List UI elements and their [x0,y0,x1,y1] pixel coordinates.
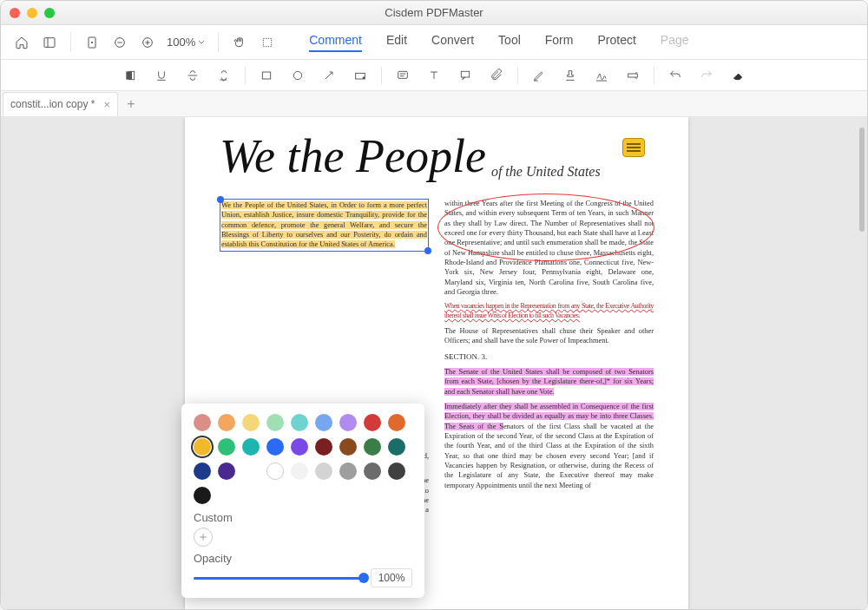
color-swatch[interactable] [291,414,308,431]
document-tab[interactable]: constit...ion copy * × [3,92,118,116]
color-swatch[interactable] [218,438,235,456]
document-viewport[interactable]: We the People of the United States We th… [1,117,867,609]
close-tab-icon[interactable]: × [103,98,110,111]
document-tabs: constit...ion copy * × + [1,91,867,117]
sticky-note-icon[interactable] [622,138,645,157]
window-titlebar: Cisdem PDFMaster [1,1,867,25]
color-swatch[interactable] [291,438,308,456]
eraser-tool[interactable] [726,63,750,88]
color-swatch[interactable] [291,462,308,480]
zoom-out-button[interactable] [108,30,132,55]
color-swatch[interactable] [218,414,235,431]
tab-page[interactable]: Page [661,33,689,52]
color-swatch[interactable] [339,462,357,480]
color-swatch[interactable] [266,462,284,480]
body-text: within three Years after the first Meeti… [444,199,654,297]
window-maximize-button[interactable] [44,8,55,18]
tab-edit[interactable]: Edit [386,33,407,52]
color-swatch[interactable] [194,414,211,431]
window-close-button[interactable] [10,8,20,18]
svg-rect-28 [628,74,638,77]
svg-rect-14 [262,72,270,79]
color-swatch[interactable] [388,414,405,431]
color-swatch[interactable] [388,462,405,480]
tab-comment[interactable]: Comment [309,33,362,52]
color-swatch[interactable] [364,414,381,431]
color-swatch[interactable] [266,414,284,431]
sidebar-toggle-button[interactable] [37,30,62,55]
color-swatch[interactable] [242,414,260,431]
text-tool[interactable] [422,63,446,88]
arrow-tool[interactable] [317,63,341,88]
tab-convert[interactable]: Convert [431,33,474,52]
color-swatch[interactable] [194,438,211,456]
tab-form[interactable]: Form [545,33,574,52]
svg-point-15 [293,71,301,79]
color-swatch[interactable] [388,438,405,456]
oval-tool[interactable] [286,63,310,88]
svg-rect-24 [461,71,469,77]
undo-button[interactable] [663,63,687,88]
color-swatch[interactable] [315,438,332,456]
color-swatch[interactable] [194,462,211,480]
highlighted-text: The Senate of the United States shall be… [444,368,654,396]
color-swatch[interactable] [242,438,260,456]
color-swatch[interactable] [339,414,357,431]
color-picker-popover: Custom ＋ Opacity 100% [181,403,424,598]
main-toolbar: 100% Comment Edit Convert Tool Form Prot… [1,25,867,60]
section-heading: SECTION. 3. [444,351,654,362]
color-swatch[interactable] [339,438,357,456]
note-tool[interactable] [391,63,415,88]
pencil-tool[interactable] [527,63,551,88]
body-text: The House of Representatives shall chuse… [444,326,654,346]
document-heading: We the People [220,133,486,180]
color-swatch[interactable] [194,487,211,504]
color-swatch[interactable] [364,462,381,480]
fit-page-button[interactable] [80,30,104,55]
color-swatch[interactable] [315,414,332,431]
underline-tool[interactable] [149,63,174,88]
color-swatch[interactable] [266,438,284,456]
window-minimize-button[interactable] [27,8,37,18]
svg-point-18 [363,76,365,78]
tab-protect[interactable]: Protect [597,33,635,52]
svg-line-16 [326,72,332,79]
color-swatch[interactable] [218,462,235,480]
highlight-tool[interactable] [118,63,142,88]
line-tool[interactable] [348,63,372,88]
opacity-value[interactable]: 100% [371,568,412,587]
svg-rect-9 [264,38,272,46]
redo-button[interactable] [694,63,719,88]
color-swatches [194,414,412,504]
opacity-slider[interactable] [194,577,364,580]
attachment-tool[interactable] [484,63,509,88]
tab-tool[interactable]: Tool [498,33,521,52]
add-custom-color-button[interactable]: ＋ [194,528,213,547]
highlighted-text: We the People of the United States, in O… [221,201,427,248]
scrollbar-thumb[interactable] [859,128,865,232]
color-swatch[interactable] [315,462,332,480]
hand-tool-button[interactable] [227,30,252,55]
document-tab-label: constit...ion copy * [10,98,95,110]
color-swatch[interactable] [364,438,381,456]
app-title: Cisdem PDFMaster [1,6,867,19]
svg-rect-19 [398,71,408,78]
new-tab-button[interactable]: + [122,95,141,114]
rectangle-tool[interactable] [254,63,279,88]
strikethrough-tool[interactable] [181,63,205,88]
svg-point-3 [91,42,92,43]
highlight-selection[interactable]: We the People of the United States, in O… [220,199,429,252]
select-area-button[interactable] [255,30,279,55]
callout-tool[interactable] [453,63,477,88]
stamp-tool[interactable] [558,63,582,88]
squiggly-tool[interactable] [212,63,236,88]
link-tool[interactable] [621,63,645,88]
zoom-in-button[interactable] [135,30,160,55]
home-button[interactable] [10,30,34,55]
squiggly-annotated-text: When vacancies happen in the Representat… [444,302,654,321]
zoom-dropdown[interactable]: 100% [163,36,209,49]
opacity-label: Opacity [194,552,412,565]
mode-tabs: Comment Edit Convert Tool Form Protect P… [309,33,688,52]
body-text: Immediately after they shall be assemble… [444,402,654,490]
signature-tool[interactable] [589,63,614,88]
